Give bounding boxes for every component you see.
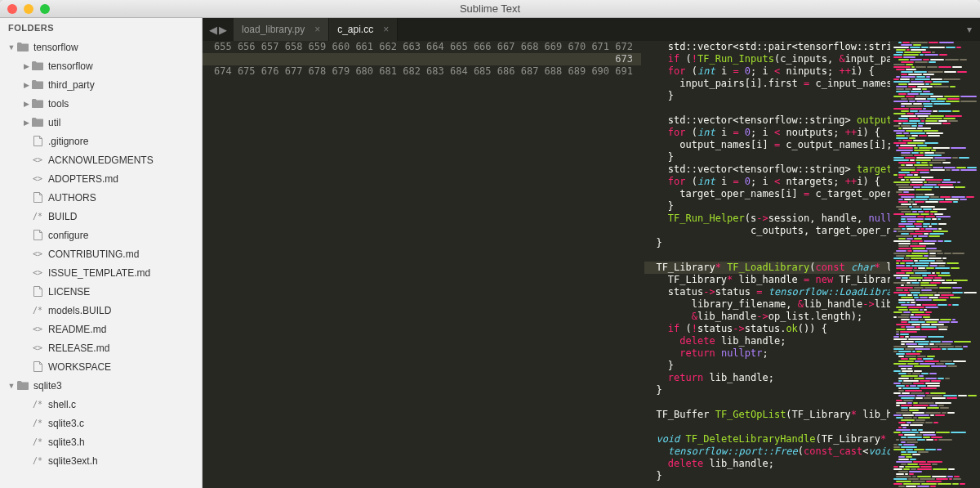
file-item[interactable]: /*models.BUILD bbox=[0, 302, 202, 318]
file-icon: <> bbox=[31, 267, 44, 279]
file-icon: <> bbox=[31, 173, 44, 185]
folder-item[interactable]: ▶util bbox=[0, 114, 202, 130]
minimize-window-button[interactable] bbox=[24, 4, 33, 14]
file-icon bbox=[31, 361, 44, 373]
file-item[interactable]: LICENSE bbox=[0, 284, 202, 299]
disclosure-triangle-icon[interactable]: ▶ bbox=[21, 62, 31, 70]
maximize-window-button[interactable] bbox=[40, 4, 50, 14]
tree-item-label: sqlite3.c bbox=[48, 418, 84, 429]
close-tab-icon[interactable]: × bbox=[383, 24, 389, 35]
file-icon: <> bbox=[31, 342, 44, 354]
tree-item-label: WORKSPACE bbox=[48, 361, 111, 373]
file-icon: /* bbox=[31, 418, 44, 429]
folder-icon bbox=[16, 380, 29, 392]
file-item[interactable]: <>ACKNOWLEDGMENTS bbox=[0, 152, 202, 168]
folder-icon bbox=[31, 98, 44, 110]
file-item[interactable]: WORKSPACE bbox=[0, 359, 202, 374]
disclosure-triangle-icon[interactable]: ▶ bbox=[21, 119, 31, 127]
file-icon bbox=[31, 286, 44, 298]
tree-item-label: BUILD bbox=[48, 211, 77, 222]
close-tab-icon[interactable]: × bbox=[314, 24, 320, 35]
close-window-button[interactable] bbox=[7, 4, 17, 14]
file-item[interactable]: /*shell.c bbox=[0, 396, 202, 412]
window-title: Sublime Text bbox=[460, 2, 520, 15]
tree-item-label: sqlite3 bbox=[33, 380, 62, 392]
file-icon: /* bbox=[31, 455, 44, 467]
file-item[interactable]: configure bbox=[0, 227, 202, 243]
disclosure-triangle-icon[interactable]: ▶ bbox=[21, 100, 31, 108]
tree-item-label: AUTHORS bbox=[48, 192, 96, 204]
tab-label: c_api.cc bbox=[337, 24, 373, 35]
folder-item[interactable]: ▶third_party bbox=[0, 77, 202, 92]
file-icon: /* bbox=[31, 211, 44, 222]
file-item[interactable]: /*sqlite3.h bbox=[0, 434, 202, 450]
tree-item-label: tensorflow bbox=[48, 60, 93, 72]
tree-item-label: third_party bbox=[48, 79, 95, 91]
file-icon: <> bbox=[31, 154, 44, 166]
tree-item-label: sqlite3.h bbox=[48, 437, 85, 448]
history-back-button[interactable]: ◀ bbox=[209, 24, 217, 36]
tab-label: load_library.py bbox=[242, 24, 305, 35]
tree-item-label: LICENSE bbox=[48, 286, 90, 298]
tree-item-label: tools bbox=[48, 98, 69, 110]
file-item[interactable]: <>README.md bbox=[0, 321, 202, 337]
folder-icon bbox=[31, 117, 44, 128]
tree-item-label: ISSUE_TEMPLATE.md bbox=[48, 267, 150, 279]
file-item[interactable]: <>ISSUE_TEMPLATE.md bbox=[0, 265, 202, 280]
tree-item-label: ADOPTERS.md bbox=[48, 173, 118, 185]
tree-item-label: CONTRIBUTING.md bbox=[48, 248, 139, 260]
folder-icon bbox=[16, 42, 29, 53]
history-forward-button[interactable]: ▶ bbox=[219, 24, 227, 36]
file-icon: /* bbox=[31, 399, 44, 410]
folder-item[interactable]: ▼sqlite3 bbox=[0, 378, 202, 393]
file-item[interactable]: /*sqlite3.c bbox=[0, 415, 202, 431]
file-icon bbox=[31, 230, 44, 241]
tree-item-label: configure bbox=[48, 230, 88, 241]
file-icon: /* bbox=[31, 437, 44, 448]
folder-icon bbox=[31, 79, 44, 91]
tree-item-label: models.BUILD bbox=[48, 305, 111, 316]
tab-load_library-py[interactable]: load_library.py× bbox=[234, 18, 329, 41]
tree-item-label: shell.c bbox=[48, 399, 76, 410]
file-item[interactable]: .gitignore bbox=[0, 133, 202, 149]
disclosure-triangle-icon[interactable]: ▼ bbox=[7, 43, 16, 51]
file-item[interactable]: <>RELEASE.md bbox=[0, 340, 202, 356]
folder-icon bbox=[31, 60, 44, 72]
disclosure-triangle-icon[interactable]: ▼ bbox=[7, 382, 16, 390]
folder-item[interactable]: ▶tensorflow bbox=[0, 58, 202, 74]
file-icon bbox=[31, 136, 44, 147]
file-item[interactable]: <>ADOPTERS.md bbox=[0, 171, 202, 186]
file-icon: <> bbox=[31, 324, 44, 335]
sidebar: FOLDERS ▼tensorflow▶tensorflow▶third_par… bbox=[0, 18, 203, 488]
tree-item-label: README.md bbox=[48, 324, 106, 335]
tree-item-label: RELEASE.md bbox=[48, 342, 109, 354]
tab-c_api-cc[interactable]: c_api.cc× bbox=[329, 18, 398, 41]
tree-item-label: util bbox=[48, 117, 60, 128]
tree-item-label: .gitignore bbox=[48, 136, 88, 147]
tree-item-label: tensorflow bbox=[33, 42, 78, 53]
window-titlebar: Sublime Text bbox=[0, 0, 980, 18]
tree-item-label: sqlite3ext.h bbox=[48, 455, 98, 467]
file-icon bbox=[31, 192, 44, 204]
folders-header: FOLDERS bbox=[0, 18, 202, 38]
file-item[interactable]: /*BUILD bbox=[0, 208, 202, 224]
disclosure-triangle-icon[interactable]: ▶ bbox=[21, 81, 31, 89]
code-editor[interactable]: 655 656 657 658 659 660 661 662 663 664 … bbox=[203, 41, 980, 488]
file-item[interactable]: /*sqlite3ext.h bbox=[0, 453, 202, 468]
tab-bar: ◀ ▶ load_library.py×c_api.cc× ▾ bbox=[203, 18, 980, 41]
file-item[interactable]: <>CONTRIBUTING.md bbox=[0, 246, 202, 262]
file-icon: <> bbox=[31, 248, 44, 260]
folder-item[interactable]: ▶tools bbox=[0, 96, 202, 111]
minimap[interactable] bbox=[890, 41, 980, 488]
tree-item-label: ACKNOWLEDGMENTS bbox=[48, 154, 154, 166]
file-item[interactable]: AUTHORS bbox=[0, 190, 202, 205]
folder-item[interactable]: ▼tensorflow bbox=[0, 39, 202, 55]
file-icon: /* bbox=[31, 305, 44, 316]
tab-overflow-menu[interactable]: ▾ bbox=[959, 18, 980, 41]
